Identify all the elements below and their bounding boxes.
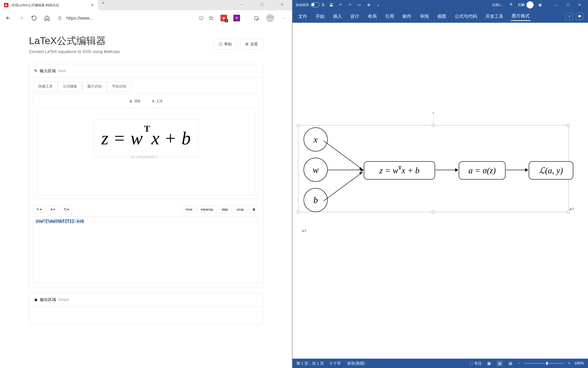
ribbon-review[interactable]: 审阅	[419, 12, 430, 21]
tab-favicon: ▶	[4, 3, 9, 7]
comment-icon[interactable]: 💬	[576, 13, 583, 20]
focus-mode[interactable]: ⬚ 专注	[469, 361, 482, 366]
upload-icon: ⬆	[152, 99, 155, 103]
web-layout-icon[interactable]: ▧	[507, 360, 514, 367]
zoom-slider[interactable]	[524, 363, 564, 364]
svg-line-3	[324, 141, 363, 170]
word-count[interactable]: 0 个字	[330, 361, 341, 366]
zoom-out[interactable]: −	[518, 361, 520, 366]
svg-rect-0	[58, 18, 61, 20]
word-maximize[interactable]: ☐	[563, 1, 573, 9]
computation-graph: x w b z = wTx + b a = σ(z) ℒ(a, y)	[304, 128, 571, 212]
code-toolbar: ✎ ▾ A ▾ T| ▾ none eqnarray align array 🗑	[33, 204, 259, 216]
tab-templates[interactable]: 公式模板	[58, 82, 82, 91]
page-indicator[interactable]: 第 1 页，共 1 页	[297, 361, 324, 366]
zoom-in[interactable]: +	[568, 361, 570, 366]
menu-button[interactable]: ⋯	[280, 15, 287, 21]
address-bar: https://www... ◉1 N | ⋯	[0, 10, 292, 26]
ribbon-view[interactable]: 视图	[436, 12, 447, 21]
upload-button[interactable]: ⬆上传	[148, 97, 166, 105]
tool-brush[interactable]: ✎ ▾	[33, 206, 45, 213]
doc-name[interactable]: 文档1...	[492, 3, 503, 7]
ribbon-picture-format[interactable]: 图片格式	[511, 12, 531, 21]
ribbon-mode-icon[interactable]: ▣	[537, 2, 543, 8]
tool-font[interactable]: A ▾	[47, 206, 58, 213]
input-tabs: 快捷工具 公式模板 图片识别 手绘识别	[33, 82, 259, 91]
opt-eqnarray[interactable]: eqnarray	[197, 206, 216, 213]
settings-button[interactable]: ⚙设置	[240, 39, 263, 50]
arrow	[324, 136, 366, 172]
opt-delete[interactable]: 🗑	[249, 206, 259, 213]
input-card: ✎ 输入区域 Input 快捷工具 公式模板 图片识别 手绘识别 🗑清除 ⬆上传	[29, 64, 263, 287]
help-button[interactable]: ⓘ帮助	[214, 39, 237, 50]
ribbon-layout[interactable]: 布局	[367, 12, 378, 21]
ribbon-equation[interactable]: 公式与代码	[454, 12, 478, 21]
close-button[interactable]: ✕	[272, 0, 292, 9]
reader-icon[interactable]	[198, 15, 204, 21]
back-button[interactable]	[5, 15, 12, 21]
toggle-switch[interactable]	[311, 2, 320, 7]
edit-icon: ✎	[34, 68, 37, 73]
word-close[interactable]: ✕	[574, 1, 585, 9]
window-controls: — ☐ ✕	[232, 0, 292, 9]
ribbon-developer[interactable]: 开发工具	[485, 12, 504, 21]
document-canvas[interactable]: ↻ x w b z = wTx + b a = σ(z) ℒ(a, y) ↵	[292, 23, 588, 359]
tab-handwrite[interactable]: 手绘识别	[107, 82, 131, 91]
svg-rect-2	[254, 17, 258, 20]
ribbon-insert[interactable]: 插入	[332, 12, 343, 21]
arrow	[324, 170, 366, 205]
ribbon-home[interactable]: 开始	[315, 12, 326, 21]
latex-code-input[interactable]: z=w^{\mathbf{T}} x+b	[33, 216, 259, 283]
ribbon-design[interactable]: 设计	[349, 12, 360, 21]
tab-image-ocr[interactable]: 图片识别	[82, 82, 107, 91]
save-icon[interactable]: 💾	[328, 2, 334, 8]
print-layout-icon[interactable]: ▤	[496, 360, 503, 367]
collections-button[interactable]	[253, 15, 260, 21]
favorite-icon[interactable]	[208, 15, 214, 21]
profile-avatar[interactable]	[266, 14, 274, 22]
drop-zone[interactable]: z = wTx + b 面上网格贴图即可。	[37, 108, 255, 195]
node-L: ℒ(a, y)	[529, 161, 573, 180]
qat-icon-2[interactable]: ⊞	[366, 2, 372, 8]
autosave-toggle[interactable]: 自动保存 关	[296, 2, 325, 7]
qat-more[interactable]: »	[375, 2, 381, 8]
page-subtitle: Convert LaTeX equations to SVG using Mat…	[29, 49, 120, 54]
home-button[interactable]	[44, 15, 50, 21]
maximize-button[interactable]: ☐	[252, 0, 272, 9]
undo-icon[interactable]: ↶	[338, 2, 344, 8]
refresh-button[interactable]	[31, 15, 37, 21]
extension-onenote[interactable]: N	[233, 15, 240, 21]
page-title: LaTeX公式编辑器	[29, 34, 120, 47]
search-icon[interactable]: 🔍	[509, 2, 514, 8]
svg-line-5	[324, 172, 363, 201]
extension-1[interactable]: ◉1	[220, 15, 227, 21]
divider: |	[246, 17, 247, 20]
language-indicator[interactable]: 英语(美国)	[347, 361, 365, 366]
new-tab-button[interactable]: +	[98, 0, 108, 6]
redo-icon[interactable]: ↷	[347, 2, 353, 8]
url-field[interactable]: https://www...	[57, 15, 214, 21]
zoom-level[interactable]: 180%	[574, 361, 584, 366]
paragraph-mark: ↵	[569, 205, 574, 213]
user-chip[interactable]: 刘鹏	[518, 1, 534, 9]
tool-text[interactable]: T| ▾	[60, 206, 72, 213]
browser-tab[interactable]: ▶ 在线LaTeX公式编辑器-妈叔出品 ✕	[0, 0, 98, 10]
opt-none[interactable]: none	[182, 206, 196, 213]
tab-close-icon[interactable]: ✕	[91, 3, 94, 8]
share-icon[interactable]: ↗	[566, 13, 573, 20]
minimize-button[interactable]: —	[232, 0, 252, 9]
opt-array[interactable]: array	[233, 206, 247, 213]
tab-quick-tools[interactable]: 快捷工具	[33, 82, 58, 91]
ribbon-file[interactable]: 文件	[297, 12, 308, 21]
read-mode-icon[interactable]: ▦	[486, 360, 492, 367]
info-icon: ⓘ	[219, 42, 223, 47]
forward-button[interactable]	[18, 15, 25, 21]
opt-align[interactable]: align	[218, 206, 232, 213]
word-minimize[interactable]: —	[551, 1, 562, 9]
ribbon-references[interactable]: 引用	[384, 12, 395, 21]
ribbon-mail[interactable]: 邮件	[402, 12, 412, 21]
ribbon: 文件 开始 插入 设计 布局 引用 邮件 审阅 视图 公式与代码 开发工具 图片…	[292, 10, 588, 23]
qat-icon[interactable]: ▭	[356, 2, 362, 8]
clear-button[interactable]: 🗑清除	[126, 97, 144, 105]
tab-title: 在线LaTeX公式编辑器-妈叔出品	[12, 3, 88, 7]
